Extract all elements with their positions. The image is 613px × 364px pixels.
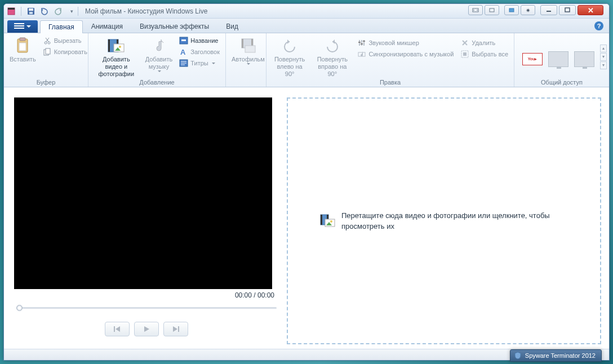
svg-rect-18 (108, 39, 110, 52)
svg-rect-43 (178, 326, 179, 332)
help-icon[interactable]: ? (594, 21, 603, 30)
group-share: You▸ ▴ ▾ ▾ Общий доступ (514, 33, 609, 87)
gallery-expand-icon[interactable]: ▾ (600, 61, 607, 69)
rotate-right-label: Повернуть вправо на 90° (314, 56, 350, 78)
scroll-down-icon[interactable]: ▾ (600, 53, 607, 61)
svg-rect-36 (358, 42, 361, 43)
caption-button[interactable]: A Заголовок (178, 47, 221, 57)
group-edit: Повернуть влево на 90° Повернуть вправо … (266, 33, 514, 87)
tab-effects[interactable]: Визуальные эффекты (131, 20, 217, 33)
automovie-button[interactable]: Автофильм (228, 34, 268, 65)
maximize-button[interactable] (559, 5, 576, 15)
rotate-right-button[interactable]: Повернуть вправо на 90° (310, 34, 354, 78)
scissors-icon (43, 36, 52, 45)
copy-icon (43, 47, 52, 56)
drop-hint: Перетащите сюда видео и фотографии или щ… (320, 210, 568, 232)
svg-rect-47 (325, 219, 335, 227)
drop-hint-text: Перетащите сюда видео и фотографии или щ… (341, 210, 568, 232)
video-preview (14, 97, 272, 289)
tab-view[interactable]: Вид (217, 20, 247, 33)
group-automovie-label (228, 79, 264, 87)
file-menu-icon (14, 23, 24, 30)
paste-label: Вставить (10, 56, 36, 63)
title-button[interactable]: Название (178, 35, 221, 46)
svg-rect-3 (29, 8, 33, 11)
extra-button-1[interactable] (468, 5, 483, 15)
time-display: 00:00 / 00:00 (14, 289, 279, 303)
svg-rect-32 (245, 46, 255, 52)
film-photo-icon (107, 37, 125, 55)
tab-main[interactable]: Главная (40, 20, 83, 33)
chevron-down-icon (158, 70, 161, 72)
title-icon (179, 36, 188, 45)
automovie-label: Автофильм (232, 56, 265, 63)
ribbon: Вставить Вырезать Копировать Буфер (4, 33, 609, 87)
next-frame-button[interactable] (163, 322, 188, 336)
ribbon-tabs: Главная Анимация Визуальные эффекты Вид … (4, 19, 609, 33)
extra-button-4[interactable]: ✷ (521, 5, 535, 15)
svg-rect-12 (19, 43, 26, 51)
prev-frame-button[interactable] (105, 322, 130, 336)
monitor-icon (548, 51, 568, 67)
minimize-button[interactable] (540, 5, 557, 15)
rotate-left-label: Повернуть влево на 90° (272, 56, 307, 78)
seek-thumb[interactable] (16, 305, 23, 311)
extra-button-3[interactable] (504, 5, 519, 15)
youtube-icon: You▸ (522, 53, 543, 65)
undo-icon[interactable] (39, 6, 50, 16)
time-separator: / (252, 291, 257, 299)
seek-bar[interactable] (16, 303, 277, 313)
add-video-button[interactable]: Добавить видео и фотографии (91, 34, 142, 78)
svg-rect-7 (509, 8, 514, 12)
tab-animation[interactable]: Анимация (83, 20, 131, 33)
redo-icon[interactable] (53, 6, 63, 16)
add-music-label: Добавить музыку (145, 56, 173, 70)
rotate-right-icon (323, 37, 341, 55)
save-icon[interactable] (26, 6, 36, 16)
svg-rect-16 (46, 48, 50, 54)
music-note-icon (150, 37, 168, 55)
svg-rect-6 (490, 8, 494, 12)
time-total: 00:00 (257, 291, 274, 299)
caption-label: Заголовок (190, 48, 220, 55)
audio-mixer-label: Звуковой микшер (368, 39, 419, 46)
cut-button[interactable]: Вырезать (42, 35, 88, 46)
scroll-up-icon[interactable]: ▴ (600, 45, 607, 52)
svg-rect-34 (361, 40, 362, 46)
copy-label: Копировать (54, 48, 87, 55)
group-automovie: Автофильм (226, 33, 266, 87)
svg-rect-38 (363, 41, 365, 42)
add-video-label: Добавить видео и фотографии (94, 56, 139, 78)
select-all-button[interactable]: Выбрать все (459, 49, 509, 59)
quick-access-toolbar: ▾ (6, 6, 77, 16)
caption-icon: A (179, 47, 188, 56)
storyboard-drop-area[interactable]: Перетащите сюда видео и фотографии или щ… (287, 97, 601, 344)
delete-label: Удалить (472, 39, 495, 46)
rotate-left-button[interactable]: Повернуть влево на 90° (269, 34, 310, 78)
qat-separator (78, 7, 78, 16)
share-gallery[interactable]: You▸ (517, 47, 600, 67)
play-button[interactable] (134, 322, 159, 336)
tray-notification[interactable]: Spyware Terminator 2012 (510, 349, 602, 362)
qat-separator (21, 7, 21, 16)
close-button[interactable]: ✕ (578, 5, 603, 15)
add-music-button[interactable]: Добавить музыку (142, 34, 176, 72)
credits-button[interactable]: Титры (178, 58, 221, 68)
paste-button[interactable]: Вставить (6, 34, 39, 63)
gallery-scroll[interactable]: ▴ ▾ ▾ (600, 42, 607, 72)
file-menu-tab[interactable] (7, 20, 38, 33)
svg-rect-30 (242, 39, 243, 48)
extra-button-2[interactable] (485, 5, 499, 15)
sync-music-button[interactable]: Синхронизировать с музыкой (356, 49, 455, 59)
tray-text: Spyware Terminator 2012 (525, 352, 596, 359)
group-buffer: Вставить Вырезать Копировать Буфер (4, 33, 88, 87)
copy-button[interactable]: Копировать (42, 47, 88, 57)
titlebar: ▾ Мой фильм - Киностудия Windows Live ✷ … (4, 4, 609, 19)
audio-mixer-button[interactable]: Звуковой микшер (356, 38, 455, 48)
svg-rect-9 (565, 8, 570, 12)
delete-button[interactable]: Удалить (459, 38, 509, 48)
window-controls: ✷ ✕ (467, 5, 607, 15)
credits-label: Титры (190, 60, 208, 66)
qat-customize-icon[interactable]: ▾ (66, 6, 77, 16)
app-icon[interactable] (6, 6, 16, 16)
